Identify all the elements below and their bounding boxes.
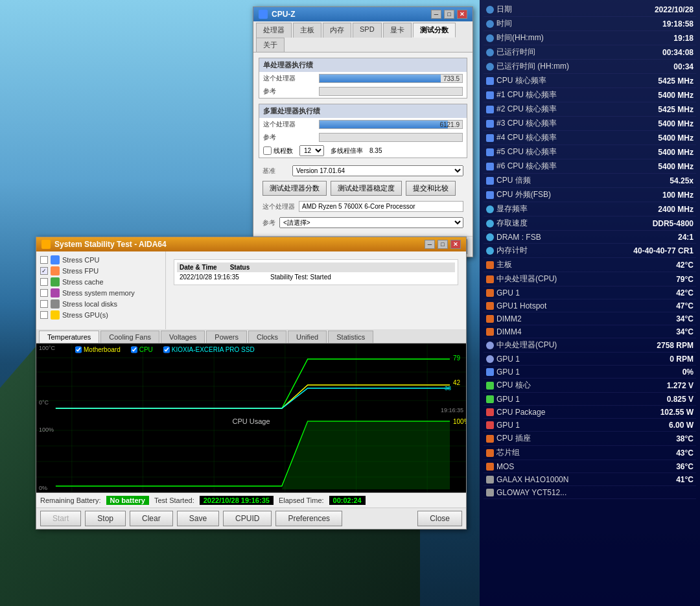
stat-value-10: 5400 MHz bbox=[658, 148, 694, 157]
stat-row-13: CPU 外频(FSB) 100 MHz bbox=[484, 188, 696, 202]
stat-row-23: DIMM4 34°C bbox=[484, 325, 696, 338]
cpuz-tab-gpu[interactable]: 显卡 bbox=[383, 23, 412, 38]
stat-value-11: 5400 MHz bbox=[658, 162, 694, 171]
stat-label-11: #6 CPU 核心频率 bbox=[486, 161, 557, 172]
threads-check-input[interactable] bbox=[263, 146, 272, 155]
temp-chart-svg: 79 42 38 bbox=[36, 344, 466, 415]
temp-y-max: 100°C bbox=[39, 345, 55, 351]
stress-cpu-checkbox[interactable] bbox=[40, 256, 48, 264]
legend-cpu-label: CPU bbox=[139, 346, 153, 353]
stat-label-28: GPU 1 bbox=[486, 395, 520, 404]
cpuz-ref-label: 参考 bbox=[262, 218, 275, 227]
stop-button[interactable]: Stop bbox=[85, 511, 126, 526]
cpuz-minimize-btn[interactable]: ─ bbox=[431, 10, 441, 19]
multiplier-label: 多线程倍率 bbox=[331, 146, 363, 156]
cpuz-tab-spd[interactable]: SPD bbox=[353, 23, 382, 38]
start-button[interactable]: Start bbox=[40, 511, 81, 526]
stress-gpu-item: Stress GPU(s) bbox=[40, 310, 161, 320]
stat-icon-30 bbox=[486, 421, 494, 429]
stat-label-13: CPU 外频(FSB) bbox=[486, 189, 551, 200]
stat-value-28: 0.825 V bbox=[667, 395, 694, 404]
clear-button[interactable]: Clear bbox=[130, 511, 173, 526]
stress-cache-checkbox[interactable] bbox=[40, 278, 48, 286]
stat-value-21: 47°C bbox=[676, 301, 694, 310]
cpuz-tab-processor[interactable]: 处理器 bbox=[256, 23, 292, 38]
log-status-0: Stability Test: Started bbox=[270, 274, 452, 281]
stat-value-12: 54.25x bbox=[670, 176, 694, 185]
cpuid-button[interactable]: CPUID bbox=[223, 511, 272, 526]
stat-label-15: 存取速度 bbox=[486, 218, 528, 229]
stress-disk-checkbox[interactable] bbox=[40, 300, 48, 308]
cpuz-test-stable-btn[interactable]: 测试处理器稳定度 bbox=[331, 181, 402, 196]
aida64-minimize-btn[interactable]: ─ bbox=[425, 240, 435, 249]
stat-row-18: 主板 42°C bbox=[484, 258, 696, 272]
cpuz-submit-btn[interactable]: 提交和比较 bbox=[406, 181, 456, 196]
stat-value-33: 36°C bbox=[676, 462, 694, 471]
stat-row-20: GPU 1 42°C bbox=[484, 286, 696, 299]
stress-memory-checkbox[interactable] bbox=[40, 289, 48, 297]
stat-icon-16 bbox=[486, 233, 494, 241]
stress-cpu-label: Stress CPU bbox=[62, 256, 99, 264]
svg-text:79: 79 bbox=[453, 355, 461, 362]
stat-label-5: CPU 核心频率 bbox=[486, 75, 546, 86]
stat-value-0: 2022/10/28 bbox=[655, 5, 694, 14]
stat-label-31: CPU 插座 bbox=[486, 433, 531, 444]
stat-icon-3 bbox=[486, 49, 494, 56]
legend-mb-check[interactable] bbox=[75, 345, 82, 354]
save-button[interactable]: Save bbox=[177, 511, 219, 526]
stat-row-15: 存取速度 DDR5-4800 bbox=[484, 216, 696, 231]
stat-row-21: GPU1 Hotspot 47°C bbox=[484, 299, 696, 312]
stat-label-7: #2 CPU 核心频率 bbox=[486, 104, 557, 115]
stress-disk-item: Stress local disks bbox=[40, 299, 161, 309]
stress-gpu-checkbox[interactable] bbox=[40, 311, 48, 319]
stat-label-23: DIMM4 bbox=[486, 327, 522, 336]
cpuz-tab-memory[interactable]: 内存 bbox=[323, 23, 351, 38]
cpuz-tab-bench[interactable]: 测试分数 bbox=[413, 23, 456, 38]
stat-label-12: CPU 倍频 bbox=[486, 175, 531, 186]
stress-gpu-label: Stress GPU(s) bbox=[62, 311, 108, 319]
cpuz-tab-about[interactable]: 关于 bbox=[256, 38, 285, 52]
cpuz-test-cpu-btn[interactable]: 测试处理器分数 bbox=[262, 181, 327, 196]
stat-icon-19 bbox=[486, 275, 494, 283]
stat-label-22: DIMM2 bbox=[486, 314, 522, 323]
log-entry-0: 2022/10/28 19:16:35 Stability Test: Star… bbox=[177, 272, 455, 282]
aida64-close-btn[interactable]: ✕ bbox=[450, 240, 461, 249]
stat-icon-25 bbox=[486, 355, 494, 363]
chart-tab-voltages[interactable]: Voltages bbox=[161, 331, 205, 343]
action-bar: Start Stop Clear Save CPUID Preferences … bbox=[36, 507, 466, 529]
multi-proc-title: 多重处理器执行绩 bbox=[259, 104, 467, 118]
close-button[interactable]: Close bbox=[417, 511, 462, 526]
chart-tab-statistics[interactable]: Statistics bbox=[328, 331, 373, 343]
chart-tab-cooling[interactable]: Cooling Fans bbox=[100, 331, 159, 343]
stat-icon-1 bbox=[486, 20, 494, 28]
chart-tab-powers[interactable]: Powers bbox=[206, 331, 247, 343]
log-status-header: Status bbox=[230, 264, 250, 271]
stat-icon-18 bbox=[486, 261, 494, 269]
aida64-maximize-btn[interactable]: □ bbox=[438, 240, 448, 249]
stat-value-3: 00:34:08 bbox=[662, 48, 694, 57]
threads-select[interactable]: 12 bbox=[299, 145, 324, 156]
stat-row-26: GPU 1 0% bbox=[484, 366, 696, 379]
stat-label-35: GLOWAY YCT512... bbox=[486, 488, 566, 497]
cpuz-close-btn[interactable]: ✕ bbox=[457, 10, 467, 19]
legend-ssd-check[interactable] bbox=[163, 345, 170, 354]
single-ref-row: 参考 bbox=[259, 85, 467, 98]
stat-value-20: 42°C bbox=[676, 288, 694, 297]
stress-fpu-checkbox[interactable]: ✓ bbox=[40, 267, 48, 275]
cpuz-maximize-btn[interactable]: □ bbox=[444, 10, 454, 19]
stat-row-10: #5 CPU 核心频率 5400 MHz bbox=[484, 145, 696, 159]
preferences-button[interactable]: Preferences bbox=[275, 511, 342, 526]
stat-row-17: 内存计时 40-40-40-77 CR1 bbox=[484, 244, 696, 258]
chart-tab-unified[interactable]: Unified bbox=[288, 331, 327, 343]
legend-cpu-check[interactable] bbox=[131, 345, 137, 354]
single-current-bar-fill bbox=[320, 75, 441, 82]
chart-tab-temperatures[interactable]: Temperatures bbox=[39, 331, 99, 343]
stat-row-19: 中央处理器(CPU) 79°C bbox=[484, 272, 696, 286]
cpuz-ref-select[interactable]: <請選擇> bbox=[279, 217, 463, 228]
stat-label-9: #4 CPU 核心频率 bbox=[486, 132, 557, 143]
chart-tab-clocks[interactable]: Clocks bbox=[248, 331, 286, 343]
cpuz-tab-bar: 处理器 主板 内存 SPD 显卡 测试分数 关于 bbox=[253, 21, 472, 52]
baseline-select[interactable]: Version 17.01.64 bbox=[292, 165, 463, 176]
cpuz-tab-mainboard[interactable]: 主板 bbox=[293, 23, 321, 38]
single-proc-title: 单处理器执行绩 bbox=[259, 58, 467, 72]
